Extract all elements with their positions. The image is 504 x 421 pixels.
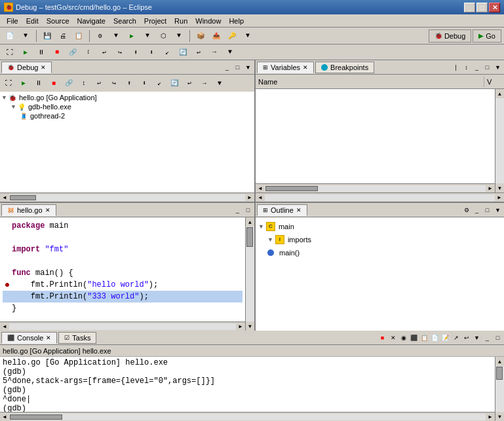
tb-btn-drop2[interactable]: ▼: [140, 29, 155, 43]
tb2-btn-14[interactable]: →: [207, 46, 222, 59]
tb-btn-5[interactable]: 📋: [71, 29, 86, 43]
debug-hscroll[interactable]: ◀ ▶: [0, 192, 254, 202]
console-btn-drop[interactable]: ▼: [472, 333, 482, 342]
menu-window[interactable]: Window: [191, 16, 225, 26]
code-tab-close[interactable]: ✕: [45, 207, 50, 213]
var-vscroll[interactable]: ▲ ▼: [495, 89, 504, 192]
run-button[interactable]: ▶: [125, 29, 139, 43]
code-hscroll-left[interactable]: ◀: [0, 323, 9, 329]
var-hscroll-inner[interactable]: ◀ ▶: [256, 183, 495, 192]
console-vscroll-thumb[interactable]: [496, 367, 503, 380]
dtb-btn-1[interactable]: ⛶: [1, 77, 16, 90]
tb-btn-10[interactable]: 📤: [209, 29, 223, 43]
minimize-button[interactable]: _: [464, 3, 475, 12]
menu-navigate[interactable]: Navigate: [73, 16, 109, 26]
console-btn5[interactable]: 📋: [419, 333, 429, 342]
new-button[interactable]: 📄: [3, 29, 17, 43]
outline-minimize[interactable]: _: [472, 205, 482, 215]
tasks-tab[interactable]: ☑ Tasks: [58, 332, 96, 344]
console-tab[interactable]: ⬛ Console ✕: [1, 332, 57, 344]
dtb-suspend[interactable]: ⏸: [31, 77, 46, 90]
tb-btn-11[interactable]: 🔑: [225, 29, 239, 43]
dtb-btn-11[interactable]: ↙: [152, 77, 166, 90]
tb2-btn-suspend[interactable]: ⏸: [34, 46, 48, 59]
dtb-btn-6[interactable]: ↕: [77, 77, 91, 90]
code-tab[interactable]: 🐹 hello.go ✕: [1, 204, 56, 216]
console-maximize[interactable]: □: [493, 333, 503, 342]
dtb-resume[interactable]: ▶: [16, 77, 31, 90]
dtb-drop[interactable]: ▼: [212, 77, 227, 90]
tb2-btn-11[interactable]: ↙: [160, 46, 174, 59]
close-button[interactable]: ✕: [489, 3, 500, 12]
save-button[interactable]: 💾: [40, 29, 54, 43]
var-sort[interactable]: ↕: [461, 62, 471, 72]
tb2-btn-8[interactable]: ↪: [113, 46, 127, 59]
var-view-menu[interactable]: ▼: [493, 62, 503, 72]
tb2-btn-13[interactable]: ↩: [191, 46, 206, 59]
menu-source[interactable]: Source: [43, 16, 73, 26]
tb2-btn-1[interactable]: ⛶: [3, 46, 17, 59]
code-maximize[interactable]: □: [243, 205, 253, 215]
tree-item-root[interactable]: ▼ 🐞 hello.go [Go Application]: [1, 93, 253, 102]
tb-btn-6[interactable]: ⚙: [93, 29, 107, 43]
tb2-btn-12[interactable]: 🔄: [176, 46, 190, 59]
console-btn7[interactable]: 📝: [440, 333, 450, 342]
tb2-btn-9[interactable]: ⬆: [128, 46, 143, 59]
debug-hscroll-right[interactable]: ▶: [245, 194, 254, 200]
dtb-btn-5[interactable]: 🔗: [62, 77, 76, 90]
tb2-btn-drop[interactable]: ▼: [223, 46, 237, 59]
debug-tab[interactable]: 🐞 Debug ✕: [1, 62, 52, 73]
breakpoints-tab[interactable]: Breakpoints: [315, 62, 374, 73]
console-vscroll-down[interactable]: ▼: [495, 412, 504, 421]
outline-maximize[interactable]: □: [482, 205, 492, 215]
console-btn3[interactable]: ◉: [398, 333, 408, 342]
code-vscroll-up[interactable]: ▲: [246, 217, 254, 227]
tb2-btn-7[interactable]: ↩: [97, 46, 111, 59]
tb2-btn-resume[interactable]: ▶: [18, 46, 33, 59]
var-hscroll-thumb[interactable]: [265, 186, 318, 191]
debug-tab-close[interactable]: ✕: [41, 64, 46, 71]
console-btn4[interactable]: ⬛: [409, 333, 419, 342]
outline-item-mainmethod[interactable]: main(): [258, 246, 501, 259]
var-hscroll-b-right[interactable]: ▶: [495, 194, 504, 200]
menu-project[interactable]: Project: [140, 16, 170, 26]
console-hscroll-thumb[interactable]: [10, 414, 62, 420]
console-btn2[interactable]: ✕: [388, 333, 398, 342]
var-hscroll-left-arrow[interactable]: ◀: [256, 185, 265, 191]
debug-minimize[interactable]: _: [222, 62, 232, 72]
var-minimize[interactable]: _: [472, 62, 482, 72]
menu-search[interactable]: Search: [109, 16, 140, 26]
console-minimize[interactable]: _: [482, 333, 492, 342]
console-tab-close[interactable]: ✕: [46, 335, 51, 341]
console-btn8[interactable]: ↗: [451, 333, 461, 342]
outline-item-imports[interactable]: ▼ I imports: [258, 233, 501, 246]
tb-btn-2[interactable]: ▼: [18, 29, 33, 43]
tree-item-thread[interactable]: 🧵 gothread-2: [1, 111, 253, 120]
debug-hscroll-left[interactable]: ◀: [0, 194, 9, 200]
code-vscroll-thumb[interactable]: [246, 227, 253, 247]
variables-tab-close[interactable]: ✕: [303, 64, 308, 71]
console-hscroll-left[interactable]: ◀: [0, 414, 9, 420]
print-button[interactable]: 🖨: [56, 29, 70, 43]
tb-btn-9[interactable]: 📦: [193, 29, 208, 43]
tb-btn-drop4[interactable]: ▼: [241, 29, 255, 43]
var-hscroll-bottom[interactable]: ◀ ▶: [256, 192, 504, 202]
dtb-btn-13[interactable]: ↩: [182, 77, 197, 90]
menu-run[interactable]: Run: [170, 16, 191, 26]
tb-btn-drop[interactable]: ▼: [109, 29, 123, 43]
outline-gear[interactable]: ⚙: [461, 205, 471, 215]
debug-button[interactable]: 🐞 Debug: [429, 29, 471, 43]
outline-tab-close[interactable]: ✕: [296, 207, 301, 213]
code-vscroll-down[interactable]: ▼: [246, 321, 254, 331]
tb2-btn-5[interactable]: 🔗: [66, 46, 80, 59]
console-output[interactable]: hello.go [Go Application] hello.exe (gdb…: [0, 357, 495, 412]
outline-view-menu[interactable]: ▼: [493, 205, 503, 215]
console-hscroll-right[interactable]: ▶: [486, 414, 495, 420]
dtb-btn-14[interactable]: →: [197, 77, 212, 90]
console-vscroll[interactable]: ▲ ▼: [495, 357, 504, 421]
tb-btn-8[interactable]: ⬡: [156, 29, 170, 43]
var-vscroll-down[interactable]: ▼: [495, 183, 504, 192]
tb2-btn-10[interactable]: ⬇: [144, 46, 159, 59]
menu-edit[interactable]: Edit: [22, 16, 43, 26]
tb2-btn-6[interactable]: ↕: [81, 46, 96, 59]
